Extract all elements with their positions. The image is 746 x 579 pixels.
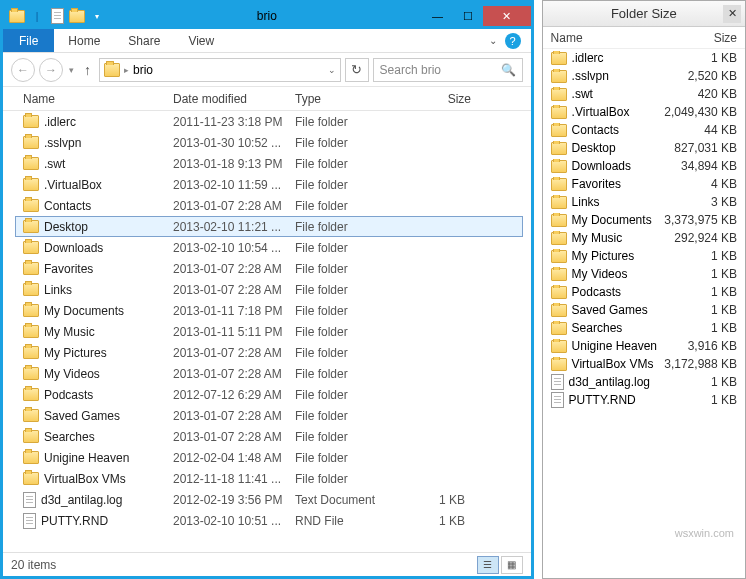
table-row[interactable]: VirtualBox VMs2012-11-18 11:41 ...File f… (3, 468, 531, 489)
table-row[interactable]: My Pictures2013-01-07 2:28 AMFile folder (3, 342, 531, 363)
cell-date: 2013-01-07 2:28 AM (173, 199, 295, 213)
list-item[interactable]: Unigine Heaven3,916 KB (543, 337, 745, 355)
cell-date: 2012-02-04 1:48 AM (173, 451, 295, 465)
table-row[interactable]: .sslvpn2013-01-30 10:52 ...File folder (3, 132, 531, 153)
folder-icon (551, 178, 567, 191)
cell-name: Contacts (23, 199, 173, 213)
list-item[interactable]: My Music292,924 KB (543, 229, 745, 247)
side-item-size: 1 KB (657, 267, 737, 281)
list-item[interactable]: VirtualBox VMs3,172,988 KB (543, 355, 745, 373)
table-row[interactable]: .idlerc2011-11-23 3:18 PMFile folder (3, 111, 531, 132)
icons-view-button[interactable]: ▦ (501, 556, 523, 574)
cell-name: VirtualBox VMs (23, 472, 173, 486)
address-dropdown-icon[interactable]: ⌄ (328, 65, 336, 75)
minimize-button[interactable]: — (423, 6, 453, 26)
back-button[interactable]: ← (11, 58, 35, 82)
col-name[interactable]: Name (23, 92, 173, 106)
side-item-size: 1 KB (657, 375, 737, 389)
list-item[interactable]: d3d_antilag.log1 KB (543, 373, 745, 391)
up-button[interactable]: ↑ (80, 62, 95, 78)
side-item-size: 1 KB (657, 393, 737, 407)
side-item-size: 1 KB (657, 303, 737, 317)
close-button[interactable]: ✕ (483, 6, 531, 26)
col-type[interactable]: Type (295, 92, 411, 106)
cell-name: .idlerc (23, 115, 173, 129)
qat-dropdown-icon[interactable]: ▾ (89, 8, 105, 24)
list-item[interactable]: My Documents3,373,975 KB (543, 211, 745, 229)
list-item[interactable]: Podcasts1 KB (543, 283, 745, 301)
cell-date: 2013-01-07 2:28 AM (173, 430, 295, 444)
side-item-name: Saved Games (551, 303, 657, 317)
list-item[interactable]: My Videos1 KB (543, 265, 745, 283)
side-col-name[interactable]: Name (551, 31, 661, 45)
list-item[interactable]: PUTTY.RND1 KB (543, 391, 745, 409)
table-row[interactable]: Favorites2013-01-07 2:28 AMFile folder (3, 258, 531, 279)
list-item[interactable]: Desktop827,031 KB (543, 139, 745, 157)
table-row[interactable]: Downloads2013-02-10 10:54 ...File folder (3, 237, 531, 258)
table-row[interactable]: d3d_antilag.log2012-02-19 3:56 PMText Do… (3, 489, 531, 510)
list-item[interactable]: Searches1 KB (543, 319, 745, 337)
folder-icon (23, 241, 39, 254)
table-row[interactable]: My Music2013-01-11 5:11 PMFile folder (3, 321, 531, 342)
side-item-name: My Documents (551, 213, 657, 227)
side-title-bar[interactable]: Folder Size ✕ (543, 1, 745, 27)
list-item[interactable]: My Pictures1 KB (543, 247, 745, 265)
table-row[interactable]: .VirtualBox2013-02-10 11:59 ...File fold… (3, 174, 531, 195)
list-item[interactable]: Saved Games1 KB (543, 301, 745, 319)
side-close-button[interactable]: ✕ (723, 5, 741, 23)
folder-icon (551, 88, 567, 101)
side-item-name: Downloads (551, 159, 657, 173)
refresh-button[interactable]: ↻ (345, 58, 369, 82)
file-list[interactable]: .idlerc2011-11-23 3:18 PMFile folder.ssl… (3, 111, 531, 552)
maximize-button[interactable]: ☐ (453, 6, 483, 26)
list-item[interactable]: Contacts44 KB (543, 121, 745, 139)
ribbon-collapse-icon[interactable]: ⌄ (489, 35, 497, 46)
side-item-name: My Pictures (551, 249, 657, 263)
col-size[interactable]: Size (411, 92, 471, 106)
details-view-button[interactable]: ☰ (477, 556, 499, 574)
address-bar[interactable]: ▸ brio ⌄ (99, 58, 341, 82)
list-item[interactable]: Downloads34,894 KB (543, 157, 745, 175)
folder-icon (551, 214, 567, 227)
list-item[interactable]: .VirtualBox2,049,430 KB (543, 103, 745, 121)
search-input[interactable]: Search brio 🔍 (373, 58, 523, 82)
side-title-text: Folder Size (611, 6, 677, 21)
table-row[interactable]: Podcasts2012-07-12 6:29 AMFile folder (3, 384, 531, 405)
file-name: .swt (44, 157, 65, 171)
table-row[interactable]: Unigine Heaven2012-02-04 1:48 AMFile fol… (3, 447, 531, 468)
table-row[interactable]: My Documents2013-01-11 7:18 PMFile folde… (3, 300, 531, 321)
list-item[interactable]: .idlerc1 KB (543, 49, 745, 67)
folder-icon (23, 178, 39, 191)
col-date[interactable]: Date modified (173, 92, 295, 106)
help-icon[interactable]: ? (505, 33, 521, 49)
list-item[interactable]: .swt420 KB (543, 85, 745, 103)
qat-properties-icon[interactable] (49, 8, 65, 24)
table-row[interactable]: Desktop2013-02-10 11:21 ...File folder (15, 216, 523, 237)
forward-button[interactable]: → (39, 58, 63, 82)
file-name: Contacts (44, 199, 91, 213)
breadcrumb[interactable]: brio (133, 63, 153, 77)
list-item[interactable]: Favorites4 KB (543, 175, 745, 193)
tab-home[interactable]: Home (54, 30, 114, 52)
table-row[interactable]: Searches2013-01-07 2:28 AMFile folder (3, 426, 531, 447)
file-tab[interactable]: File (3, 29, 54, 52)
qat-newfolder-icon[interactable] (69, 8, 85, 24)
table-row[interactable]: Contacts2013-01-07 2:28 AMFile folder (3, 195, 531, 216)
cell-type: File folder (295, 241, 411, 255)
side-list[interactable]: .idlerc1 KB.sslvpn2,520 KB.swt420 KB.Vir… (543, 49, 745, 578)
side-item-size: 3,916 KB (657, 339, 737, 353)
table-row[interactable]: Links2013-01-07 2:28 AMFile folder (3, 279, 531, 300)
file-name: Unigine Heaven (44, 451, 129, 465)
file-name: .sslvpn (44, 136, 81, 150)
side-col-size[interactable]: Size (661, 31, 737, 45)
history-dropdown-icon[interactable]: ▾ (67, 65, 76, 75)
list-item[interactable]: Links3 KB (543, 193, 745, 211)
list-item[interactable]: .sslvpn2,520 KB (543, 67, 745, 85)
tab-view[interactable]: View (174, 30, 228, 52)
table-row[interactable]: PUTTY.RND2013-02-10 10:51 ...RND File1 K… (3, 510, 531, 531)
table-row[interactable]: My Videos2013-01-07 2:28 AMFile folder (3, 363, 531, 384)
title-bar[interactable]: | ▾ brio — ☐ ✕ (3, 3, 531, 29)
table-row[interactable]: .swt2013-01-18 9:13 PMFile folder (3, 153, 531, 174)
table-row[interactable]: Saved Games2013-01-07 2:28 AMFile folder (3, 405, 531, 426)
tab-share[interactable]: Share (114, 30, 174, 52)
